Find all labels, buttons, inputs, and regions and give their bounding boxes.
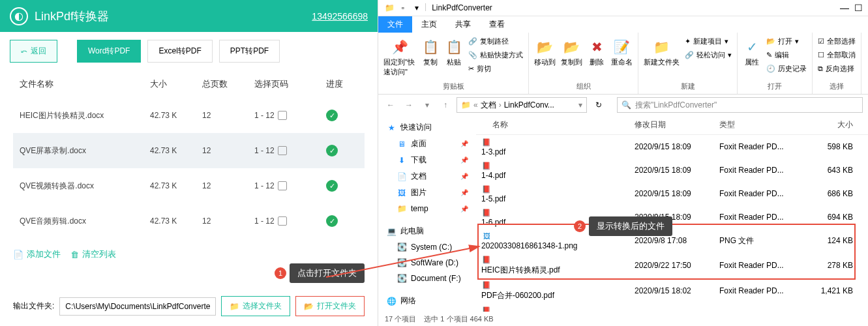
new-folder-button[interactable]: 📁新建文件夹 bbox=[644, 35, 680, 67]
copy-path-button[interactable]: 🔗 复制路径 bbox=[468, 35, 523, 48]
rename-button[interactable]: 📝重命名 bbox=[611, 35, 633, 67]
phone-link[interactable]: 13492566698 bbox=[312, 11, 368, 22]
nav-documents[interactable]: 📄文档📌 bbox=[381, 168, 473, 185]
edit-button[interactable]: ✎ 编辑 bbox=[766, 49, 807, 61]
file-row[interactable]: 📕PDF合并-060200.pdf 2020/9/15 18:02 Foxit … bbox=[476, 278, 868, 303]
table-row[interactable]: QVE屏幕录制.docx 42.73 K 12 1 - 12 ✓ bbox=[13, 133, 365, 168]
select-none-label: 全部取消 bbox=[827, 50, 856, 60]
properties-button[interactable]: ✓属性 bbox=[743, 35, 761, 67]
ribbon-tab-share[interactable]: 共享 bbox=[446, 16, 480, 33]
table-row[interactable]: QVE音频剪辑.docx 42.73 K 12 1 - 12 ✓ bbox=[13, 203, 365, 239]
qat-icon[interactable]: ▫ bbox=[397, 2, 409, 14]
ribbon-tab-view[interactable]: 查看 bbox=[480, 16, 514, 33]
check-icon: ✓ bbox=[326, 110, 338, 121]
file-explorer: 📁 ▫ ▾ | LinkPdfConverter — ☐ 文件 主页 共享 查看… bbox=[378, 0, 868, 326]
col-name[interactable]: 名称 bbox=[481, 119, 635, 130]
open-folder-button[interactable]: 📂 打开文件夹 bbox=[295, 296, 365, 316]
delete-button[interactable]: ✖删除 bbox=[588, 35, 606, 67]
nav-quick-access[interactable]: ★快速访问 bbox=[381, 119, 473, 136]
easy-access-button[interactable]: 🔗 轻松访问 ▾ bbox=[685, 49, 732, 61]
nav-pics-label: 图片 bbox=[411, 187, 427, 198]
file-row[interactable]: 📕1-3.pdf 2020/9/15 18:09 Foxit Reader PD… bbox=[476, 135, 868, 158]
check-icon: ✓ bbox=[326, 145, 338, 156]
file-row[interactable]: 📕QVE屏幕录制.pdf 2020/9/22 17:50 Foxit Reade… bbox=[476, 303, 868, 312]
range-icon[interactable] bbox=[278, 146, 287, 155]
file-size: 643 KB bbox=[807, 166, 853, 175]
callout-1: 点击打开文件夹 bbox=[290, 263, 365, 283]
return-button[interactable]: ⤺ 返回 bbox=[10, 40, 57, 63]
select-folder-button[interactable]: 📁 选择文件夹 bbox=[221, 296, 290, 316]
move-to-button[interactable]: 📂移动到 bbox=[534, 35, 556, 67]
tab-ppt-pdf[interactable]: PPT转PDF bbox=[219, 40, 280, 63]
move-label: 移动到 bbox=[534, 57, 556, 67]
nav-drive-d[interactable]: 💽SoftWare (D:) bbox=[381, 255, 473, 271]
check-icon: ✓ bbox=[326, 215, 338, 227]
nav-drive-f[interactable]: 💽Document (F:) bbox=[381, 271, 473, 286]
paste-button[interactable]: 📋粘贴 bbox=[445, 35, 463, 67]
clear-list-button[interactable]: 🗑 清空列表 bbox=[70, 248, 116, 260]
copy-to-button[interactable]: 📂复制到 bbox=[561, 35, 582, 67]
nav-soft-label: SoftWare (D:) bbox=[411, 258, 458, 267]
recent-button[interactable]: ▾ bbox=[420, 98, 434, 112]
file-row[interactable]: 📕1-4.pdf 2020/9/15 18:09 Foxit Reader PD… bbox=[476, 158, 868, 182]
nav-temp[interactable]: 📁temp📌 bbox=[381, 201, 473, 216]
ribbon-tab-home[interactable]: 主页 bbox=[412, 16, 446, 33]
qat-icon-2[interactable]: ▾ bbox=[411, 2, 423, 14]
invert-select-button[interactable]: ⧉ 反向选择 bbox=[818, 63, 856, 75]
maximize-button[interactable]: ☐ bbox=[854, 3, 863, 13]
group-organize: 组织 bbox=[534, 80, 633, 91]
history-button[interactable]: 🕘 历史记录 bbox=[766, 63, 807, 75]
col-prog: 进度 bbox=[326, 78, 352, 90]
forward-button[interactable]: → bbox=[402, 98, 416, 112]
select-all-label: 全部选择 bbox=[827, 37, 856, 46]
pin-label: 固定到"快速访问" bbox=[383, 57, 416, 77]
minimize-button[interactable]: — bbox=[840, 3, 849, 13]
refresh-button[interactable]: ↻ bbox=[591, 97, 606, 113]
nav-drive-c[interactable]: 💽System (C:) bbox=[381, 239, 473, 255]
paste-shortcut-button[interactable]: 📎 粘贴快捷方式 bbox=[468, 49, 523, 61]
badge-1: 1 bbox=[275, 267, 286, 279]
col-size[interactable]: 大小 bbox=[807, 119, 853, 130]
nav-downloads[interactable]: ⬇下载📌 bbox=[381, 152, 473, 168]
nav-pictures[interactable]: 🖼图片📌 bbox=[381, 185, 473, 201]
search-icon: 🔍 bbox=[621, 100, 631, 110]
breadcrumb-1[interactable]: 文档 bbox=[481, 100, 496, 111]
new-item-button[interactable]: ✦ 新建项目 ▾ bbox=[685, 35, 732, 48]
breadcrumb-2[interactable]: LinkPdfConv... bbox=[504, 100, 554, 110]
cut-button[interactable]: ✂ 剪切 bbox=[468, 63, 523, 75]
file-row[interactable]: 📕1-5.pdf 2020/9/15 18:09 Foxit Reader PD… bbox=[476, 182, 868, 205]
add-file-button[interactable]: 📄 添加文件 bbox=[13, 248, 61, 260]
output-path-input[interactable] bbox=[59, 297, 216, 316]
tab-excel-pdf[interactable]: Excel转PDF bbox=[147, 40, 212, 63]
search-box[interactable]: 🔍 搜索"LinkPdfConverter" bbox=[617, 97, 863, 113]
range-icon[interactable] bbox=[278, 181, 287, 190]
range-icon[interactable] bbox=[278, 216, 287, 226]
table-row[interactable]: QVE视频转换器.docx 42.73 K 12 1 - 12 ✓ bbox=[13, 168, 365, 203]
nav-this-pc[interactable]: 💻此电脑 bbox=[381, 223, 473, 239]
invert-label: 反向选择 bbox=[826, 64, 854, 74]
props-label: 属性 bbox=[745, 57, 759, 67]
back-button[interactable]: ← bbox=[383, 98, 398, 112]
select-all-button[interactable]: ☑ 全部选择 bbox=[818, 35, 856, 48]
tab-word-pdf[interactable]: Word转PDF bbox=[77, 40, 141, 63]
col-type[interactable]: 类型 bbox=[719, 119, 807, 130]
file-size: 278 KB bbox=[807, 312, 853, 312]
file-size: 686 KB bbox=[807, 189, 853, 198]
table-row[interactable]: HEIC图片转换精灵.docx 42.73 K 12 1 - 12 ✓ bbox=[13, 98, 365, 133]
ribbon-tab-file[interactable]: 文件 bbox=[378, 16, 412, 33]
select-none-button[interactable]: ☐ 全部取消 bbox=[818, 49, 856, 61]
nav-thispc-label: 此电脑 bbox=[400, 226, 424, 237]
range-icon[interactable] bbox=[278, 111, 287, 120]
nav-network[interactable]: 🌐网络 bbox=[381, 293, 473, 309]
address-box[interactable]: 📁 « 文档 › LinkPdfConv... ▾ bbox=[456, 97, 587, 113]
col-date[interactable]: 修改日期 bbox=[635, 119, 719, 130]
cell-progress: ✓ bbox=[326, 180, 352, 192]
group-new: 新建 bbox=[644, 80, 732, 91]
open-button[interactable]: 📂 打开 ▾ bbox=[766, 35, 807, 48]
copy-button[interactable]: 📋复制 bbox=[421, 35, 440, 67]
up-button[interactable]: ↑ bbox=[438, 98, 453, 112]
nav-desktop[interactable]: 🖥桌面📌 bbox=[381, 136, 473, 152]
pin-button[interactable]: 📌固定到"快速访问" bbox=[383, 35, 416, 77]
file-row[interactable]: 📕HEIC图片转换精灵.pdf 2020/9/22 17:50 Foxit Re… bbox=[476, 252, 868, 278]
file-name: 📕HEIC图片转换精灵.pdf bbox=[481, 254, 635, 276]
